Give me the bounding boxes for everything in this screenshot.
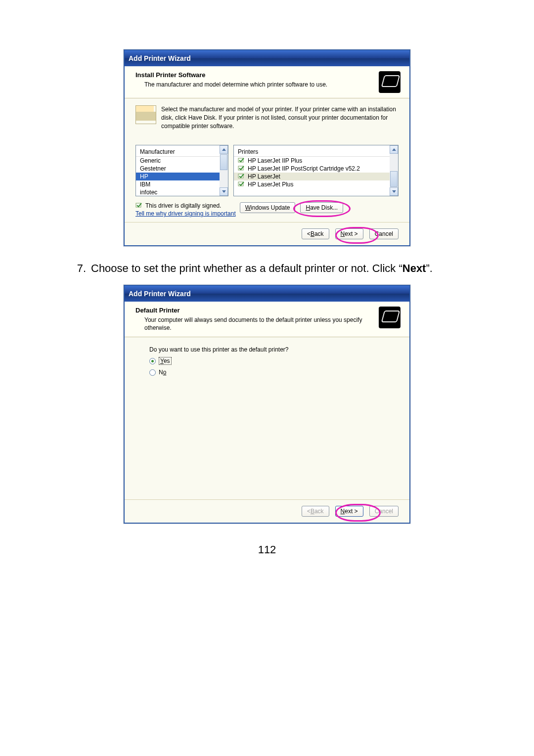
list-item[interactable]: Generic: [136, 157, 228, 165]
add-printer-wizard-software-dialog: Add Printer Wizard Install Printer Softw…: [124, 49, 410, 246]
list-item[interactable]: HP LaserJet IIP Plus: [234, 157, 398, 165]
printers-list[interactable]: Printers HP LaserJet IIP Plus: [233, 145, 399, 196]
list-item[interactable]: Gestetner: [136, 165, 228, 173]
scroll-up-button[interactable]: [390, 145, 398, 154]
signed-driver-icon: [238, 166, 245, 172]
instruction-step: 7. Choose to set the print whether as a …: [59, 261, 475, 276]
header-subtitle: The manufacturer and model determine whi…: [144, 81, 375, 89]
dialog-header: Default Printer Your computer will alway…: [125, 302, 409, 337]
next-button[interactable]: Next >: [335, 228, 363, 239]
printer-icon: [379, 307, 400, 328]
radio-icon: [149, 369, 156, 376]
info-row: Select the manufacturer and model of you…: [125, 98, 409, 145]
scroll-down-button[interactable]: [220, 187, 228, 196]
printer-name: HP LaserJet: [248, 173, 280, 180]
manufacturer-header: Manufacturer: [136, 147, 228, 157]
list-item[interactable]: HP: [136, 173, 228, 180]
scrollbar[interactable]: [390, 145, 398, 196]
printer-clipart-icon: [135, 105, 156, 124]
header-title: Default Printer: [135, 307, 375, 314]
printer-name: HP LaserJet IIP PostScript Cartridge v52…: [248, 165, 360, 172]
step-number: 7.: [59, 261, 91, 276]
printers-header: Printers: [234, 147, 398, 157]
list-item[interactable]: HP LaserJet Plus: [234, 180, 398, 188]
scroll-down-button[interactable]: [390, 187, 398, 196]
driver-signing-link[interactable]: Tell me why driver signing is important: [135, 210, 236, 217]
back-button: < Back: [302, 506, 329, 517]
page-number: 112: [59, 543, 475, 556]
list-item[interactable]: infotec: [136, 188, 228, 196]
chevron-up-icon: [392, 148, 396, 151]
radio-icon: [149, 358, 156, 364]
wizard-footer: < Back Next > Cancel: [125, 499, 409, 523]
printer-name: HP LaserJet Plus: [248, 181, 294, 188]
scrollbar[interactable]: [220, 145, 228, 196]
chevron-up-icon: [222, 148, 226, 151]
scroll-thumb[interactable]: [220, 154, 227, 170]
title-bar: Add Printer Wizard: [125, 286, 409, 302]
step-text-b: ”.: [426, 262, 432, 274]
list-item[interactable]: HP LaserJet: [234, 173, 398, 180]
printer-name: HP LaserJet IIP Plus: [248, 157, 302, 164]
wizard-footer: < Back Next > Cancel: [125, 222, 409, 245]
radio-no[interactable]: No: [149, 369, 396, 376]
add-printer-wizard-default-dialog: Add Printer Wizard Default Printer Your …: [124, 285, 410, 524]
step-text-bold: Next: [402, 262, 426, 274]
scroll-thumb[interactable]: [390, 171, 398, 187]
title-bar: Add Printer Wizard: [125, 50, 409, 66]
scroll-up-button[interactable]: [220, 145, 228, 154]
dialog-title: Add Printer Wizard: [129, 54, 191, 62]
driver-signed-text: This driver is digitally signed.: [145, 202, 221, 209]
signed-driver-icon: [238, 174, 245, 179]
chevron-down-icon: [392, 190, 396, 193]
signed-driver-icon: [238, 158, 245, 164]
info-text: Select the manufacturer and model of you…: [161, 105, 399, 130]
dialog-title: Add Printer Wizard: [129, 290, 191, 298]
cancel-button: Cancel: [369, 506, 399, 517]
chevron-down-icon: [222, 190, 226, 193]
radio-yes[interactable]: Yes: [149, 357, 396, 365]
manufacturer-list[interactable]: Manufacturer Generic Gestetner HP IBM in…: [135, 145, 228, 196]
cancel-button[interactable]: Cancel: [369, 228, 399, 239]
printer-icon: [379, 71, 400, 93]
signed-driver-icon: [238, 181, 245, 187]
windows-update-button[interactable]: WWindows Updateindows Update: [240, 202, 296, 213]
next-button[interactable]: Next >: [335, 506, 363, 517]
dialog-header: Install Printer Software The manufacture…: [125, 66, 409, 98]
signed-driver-icon: [135, 203, 142, 209]
have-disk-button[interactable]: Have Disk...: [300, 202, 343, 213]
default-printer-question: Do you want to use this printer as the d…: [149, 346, 396, 353]
header-subtitle: Your computer will always send documents…: [144, 316, 375, 332]
back-button[interactable]: < Back: [302, 228, 329, 239]
list-item[interactable]: IBM: [136, 180, 228, 188]
header-title: Install Printer Software: [135, 71, 375, 79]
list-item[interactable]: HP LaserJet IIP PostScript Cartridge v52…: [234, 165, 398, 173]
step-text-a: Choose to set the print whether as a def…: [91, 262, 402, 274]
